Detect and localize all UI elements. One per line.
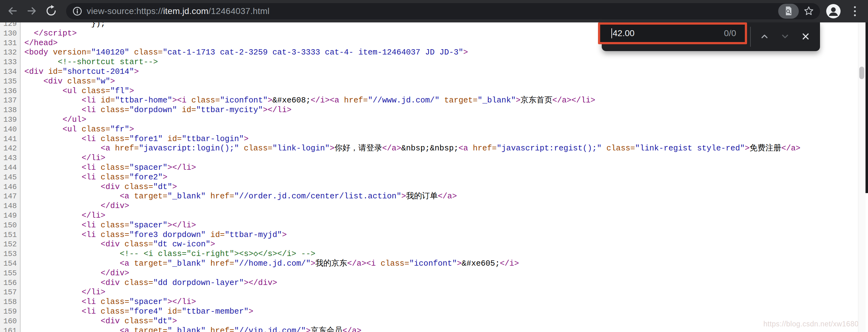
find-query-input[interactable]: 42.00 <box>613 28 724 38</box>
line-number: 154 <box>0 259 17 269</box>
line-number: 138 <box>0 106 17 115</box>
source-code-text: </div> <box>24 201 129 211</box>
bookmark-button[interactable] <box>803 5 814 18</box>
source-line: 161 <a target="_blank" href="//vip.jd.co… <box>0 326 858 332</box>
source-line: 138 <li class="dorpdown" id="ttbar-mycit… <box>0 106 858 115</box>
source-line: 160 <div class="dt"> <box>0 317 858 326</box>
star-icon <box>803 5 814 18</box>
site-info-icon[interactable] <box>72 6 82 16</box>
url-text: view-source:https://item.jd.com/12464037… <box>87 6 269 16</box>
source-line: 159 <li class="fore4" id="ttbar-member"> <box>0 307 858 317</box>
source-code-text: <li class="spacer"></li> <box>24 221 196 230</box>
source-line: 142 <a href="javascript:login();" class=… <box>0 144 858 154</box>
source-line: 153 <!-- <i class="ci-right"><s>◇</s></i… <box>0 250 858 259</box>
close-icon <box>801 32 810 42</box>
line-number: 152 <box>0 240 17 250</box>
line-number: 132 <box>0 48 17 58</box>
back-arrow-icon <box>7 5 18 18</box>
source-line: 154 <a target="_blank" href="//home.jd.c… <box>0 259 858 269</box>
source-code-text: <a target="_blank" href="//order.jd.com/… <box>24 192 457 201</box>
source-line: 143 </li> <box>0 154 858 163</box>
source-code-text: </ul> <box>24 115 86 125</box>
line-number: 156 <box>0 278 17 288</box>
line-number: 157 <box>0 288 17 297</box>
kebab-icon <box>854 6 856 16</box>
source-code-text: <ul class="fl"> <box>24 87 134 96</box>
text-cursor <box>611 28 612 38</box>
find-next-button[interactable] <box>777 29 793 45</box>
source-code-text: <div class="dd dorpdown-layer"></div> <box>24 278 277 288</box>
line-number: 143 <box>0 154 17 163</box>
source-line: 151 <li class="fore3 dorpdown" id="ttbar… <box>0 230 858 240</box>
line-number: 135 <box>0 77 17 87</box>
source-code-text: <!-- <i class="ci-right"><s>◇</s></i> --… <box>24 250 315 259</box>
forward-button[interactable] <box>24 4 39 19</box>
source-line: 145 <li class="fore2"> <box>0 173 858 182</box>
source-code-text: <li class="fore1" id="ttbar-login"> <box>24 135 248 144</box>
line-number: 151 <box>0 230 17 240</box>
line-number: 133 <box>0 58 17 67</box>
source-line: 140 <ul class="fr"> <box>0 125 858 135</box>
browser-toolbar: view-source:https://item.jd.com/12464037… <box>0 0 868 23</box>
line-number: 155 <box>0 269 17 278</box>
source-line: 156 <div class="dd dorpdown-layer"></div… <box>0 278 858 288</box>
browser-window: 129 });130 </script>131</head>132<body v… <box>0 0 868 332</box>
source-code-text: <a target="_blank" href="//home.jd.com/"… <box>24 259 519 269</box>
back-button[interactable] <box>5 4 20 19</box>
find-previous-button[interactable] <box>756 29 773 45</box>
source-code-text: <li class="fore3 dorpdown" id="ttbar-myj… <box>24 230 287 240</box>
vertical-scrollbar[interactable] <box>858 23 866 332</box>
find-in-page-bar: 42.00 0/0 <box>602 23 820 51</box>
chevron-up-icon <box>760 32 769 42</box>
source-code-text: </li> <box>24 154 105 163</box>
source-line: 147 <a target="_blank" href="//order.jd.… <box>0 192 858 201</box>
line-number: 139 <box>0 115 17 125</box>
url-scheme: view-source:https:// <box>87 6 163 16</box>
source-line: 150 <li class="spacer"></li> <box>0 221 858 230</box>
reload-button[interactable] <box>44 4 59 19</box>
source-line: 148 </div> <box>0 201 858 211</box>
scrollbar-thumb[interactable] <box>859 67 864 79</box>
view-source-content: 129 });130 </script>131</head>132<body v… <box>0 19 858 332</box>
line-number: 147 <box>0 192 17 201</box>
source-code-text: <div class="w"> <box>24 77 115 87</box>
menu-button[interactable] <box>852 5 858 18</box>
line-number: 145 <box>0 173 17 182</box>
line-number: 149 <box>0 211 17 221</box>
source-code-text: <div id="shortcut-2014"> <box>24 67 139 77</box>
line-number: 161 <box>0 326 17 332</box>
line-number: 150 <box>0 221 17 230</box>
source-code-text: <li class="spacer"></li> <box>24 163 196 173</box>
source-code-text: <ul class="fr"> <box>24 125 134 135</box>
address-bar[interactable]: view-source:https://item.jd.com/12464037… <box>66 3 820 19</box>
line-number: 142 <box>0 144 17 154</box>
find-in-page-chip[interactable] <box>778 4 799 19</box>
source-code-text: <li class="dorpdown" id="ttbar-mycity"><… <box>24 106 291 115</box>
line-number: 160 <box>0 317 17 326</box>
source-code-text: <a target="_blank" href="//vip.jd.com/">… <box>24 326 361 332</box>
line-number: 153 <box>0 250 17 259</box>
line-number: 148 <box>0 201 17 211</box>
source-code-text: </head> <box>24 39 58 48</box>
profile-avatar-button[interactable] <box>826 4 841 19</box>
source-line: 136 <ul class="fl"> <box>0 87 858 96</box>
line-number: 130 <box>0 29 17 39</box>
source-code-text: <li class="fore4" id="ttbar-member"> <box>24 307 253 317</box>
line-number: 158 <box>0 297 17 307</box>
source-line: 158 <li class="spacer"></li> <box>0 297 858 307</box>
forward-arrow-icon <box>26 5 37 18</box>
source-line: 135 <div class="w"> <box>0 77 858 87</box>
find-close-button[interactable] <box>798 29 814 45</box>
find-input-red-annotation: 42.00 0/0 <box>598 23 747 44</box>
line-number: 141 <box>0 135 17 144</box>
reload-icon <box>45 5 57 18</box>
source-line: 152 <div class="dt cw-icon"> <box>0 240 858 250</box>
find-bar-divider <box>750 27 751 47</box>
line-number: 146 <box>0 182 17 192</box>
source-line: 144 <li class="spacer"></li> <box>0 163 858 173</box>
source-line: 157 </li> <box>0 288 858 297</box>
source-line: 133 <!--shortcut start--> <box>0 58 858 67</box>
source-code-text: </li> <box>24 288 105 297</box>
line-number: 140 <box>0 125 17 135</box>
url-path: /12464037.html <box>209 6 270 16</box>
